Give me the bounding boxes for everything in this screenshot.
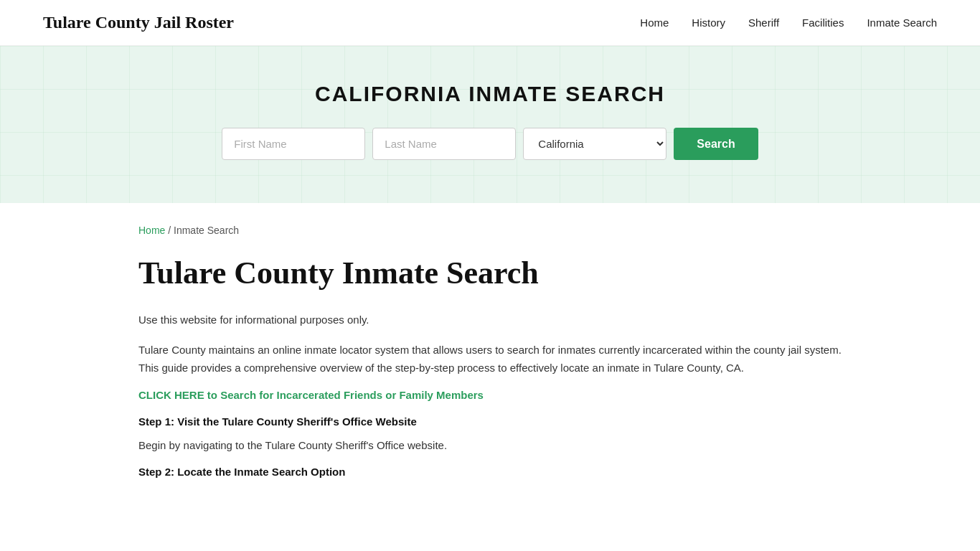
step1-text: Begin by navigating to the Tulare County… — [138, 436, 842, 455]
nav-sheriff[interactable]: Sheriff — [748, 17, 779, 29]
main-content: Home / Inmate Search Tulare County Inmat… — [95, 203, 885, 529]
breadcrumb-separator: / — [168, 225, 174, 236]
page-title: Tulare County Inmate Search — [138, 256, 842, 291]
nav-facilities[interactable]: Facilities — [802, 17, 844, 29]
breadcrumb: Home / Inmate Search — [138, 225, 842, 236]
first-name-input[interactable] — [222, 128, 365, 160]
breadcrumb-home[interactable]: Home — [138, 225, 165, 236]
site-title: Tulare County Jail Roster — [43, 13, 234, 32]
nav-inmate-search[interactable]: Inmate Search — [867, 17, 937, 29]
search-button[interactable]: Search — [674, 128, 758, 160]
breadcrumb-current: Inmate Search — [174, 225, 239, 236]
main-nav: Home History Sheriff Facilities Inmate S… — [640, 17, 937, 29]
intro-para1: Use this website for informational purpo… — [138, 311, 842, 329]
hero-section: CALIFORNIA INMATE SEARCH AlabamaAlaskaAr… — [0, 46, 980, 203]
step2-heading: Step 2: Locate the Inmate Search Option — [138, 466, 842, 478]
step1-heading: Step 1: Visit the Tulare County Sheriff'… — [138, 415, 842, 428]
nav-history[interactable]: History — [692, 17, 725, 29]
search-form: AlabamaAlaskaArizonaArkansasCaliforniaCo… — [14, 128, 966, 160]
intro-para2: Tulare County maintains an online inmate… — [138, 341, 842, 377]
click-here-link[interactable]: CLICK HERE to Search for Incarcerated Fr… — [138, 389, 842, 401]
state-select[interactable]: AlabamaAlaskaArizonaArkansasCaliforniaCo… — [523, 128, 666, 160]
nav-home[interactable]: Home — [640, 17, 669, 29]
last-name-input[interactable] — [372, 128, 516, 160]
hero-heading: CALIFORNIA INMATE SEARCH — [14, 82, 966, 106]
